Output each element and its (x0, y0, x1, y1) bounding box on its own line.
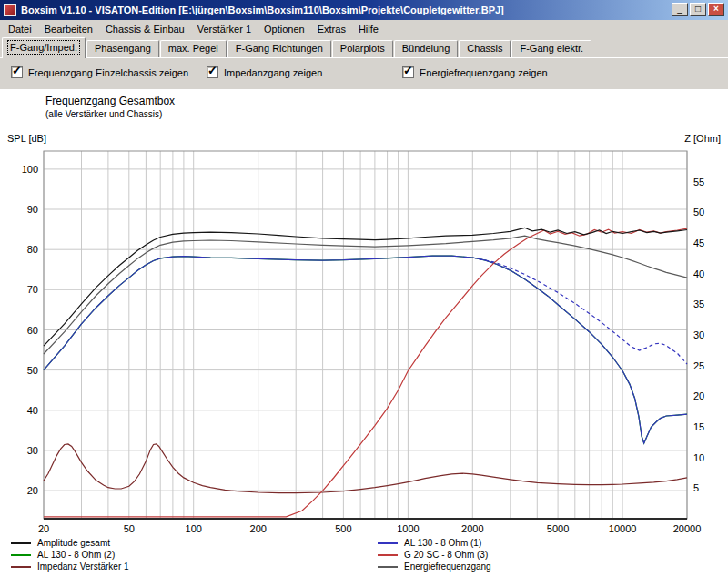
menu-item-optionen[interactable]: Optionen (258, 22, 311, 36)
app-icon (4, 4, 16, 16)
svg-text:5000: 5000 (547, 523, 569, 534)
plot-frame (44, 151, 687, 519)
tab-label: F-Gang elektr. (518, 42, 585, 55)
y-gridlines (44, 169, 687, 491)
legend-item-impedanz-verstärker-1: Impedanz Verstärker 1 (11, 561, 129, 572)
tab-f-gang-imped[interactable]: F-Gang/Imped. (2, 37, 86, 58)
svg-text:20: 20 (693, 390, 704, 401)
series-al-130-gestrichelt (472, 258, 687, 364)
check-icon: ✓ (12, 64, 22, 77)
legend-item-g-20-sc-8-ohm-3: G 20 SC - 8 Ohm (3) (378, 549, 491, 561)
svg-text:80: 80 (27, 244, 38, 255)
svg-text:50: 50 (693, 207, 704, 218)
series-amplitude-gesamt (44, 228, 687, 346)
chart-title: Frequenzgang Gesamtbox (46, 95, 175, 107)
tab-label: Chassis (465, 42, 504, 55)
svg-text:2000: 2000 (461, 523, 483, 534)
svg-text:70: 70 (27, 284, 38, 295)
tab-label: Bündelung (400, 42, 452, 55)
tab-polarplots[interactable]: Polarplots (332, 40, 393, 57)
window-controls: _□× (672, 3, 724, 16)
svg-text:30: 30 (27, 445, 38, 456)
checkbox-box: ✓ (11, 66, 23, 78)
svg-text:1000: 1000 (397, 523, 419, 534)
window-title: Boxsim V1.10 - VISATON-Edition [E:\jürge… (21, 5, 504, 15)
tab-label: max. Pegel (167, 42, 220, 55)
tab-bar: F-Gang/Imped.Phasengangmax. PegelF-Gang … (0, 37, 728, 58)
svg-text:25: 25 (693, 360, 704, 371)
legend-line-sample (378, 554, 398, 556)
tab-bündelung[interactable]: Bündelung (394, 40, 459, 57)
menu-item-chassis-einbau[interactable]: Chassis & Einbau (99, 22, 191, 36)
legend-item-energiefrequenzgang: Energiefrequenzgang (378, 561, 491, 572)
tab-label: F-Gang Richtungen (234, 42, 325, 55)
legend-line-sample (11, 554, 31, 556)
chart-subtitle: (alle Verstärker und Chassis) (46, 109, 162, 119)
x-gridlines (44, 151, 687, 519)
series-al-130-8-ohm-2 (44, 256, 687, 443)
series-impedanz-verstärker-1 (44, 444, 687, 493)
legend-column-1: Amplitude gesamtAL 130 - 8 Ohm (2)Impeda… (11, 537, 129, 572)
check-icon: ✓ (403, 64, 413, 77)
maximize-button[interactable]: □ (690, 3, 706, 16)
legend-line-sample (11, 542, 31, 544)
legend-line-sample (378, 542, 398, 544)
svg-text:5: 5 (693, 482, 699, 493)
menu-item-verstärker-1[interactable]: Verstärker 1 (191, 22, 258, 36)
title-bar[interactable]: Boxsim V1.10 - VISATON-Edition [E:\jürge… (0, 0, 728, 20)
right-axis-label: Z [Ohm] (684, 133, 721, 144)
svg-text:45: 45 (693, 238, 704, 248)
checkbox-energiefrequenzgang-zeigen[interactable]: ✓Energiefrequenzgang zeigen (402, 66, 548, 78)
tab-label: Polarplots (339, 42, 387, 55)
checkbox-box: ✓ (402, 66, 414, 78)
legend-line-sample (378, 566, 398, 568)
legend-label: AL 130 - 8 Ohm (2) (37, 550, 115, 560)
menu-item-hilfe[interactable]: Hilfe (352, 22, 385, 36)
svg-text:200: 200 (250, 523, 267, 534)
legend-item-al-130-8-ohm-2: AL 130 - 8 Ohm (2) (11, 549, 129, 561)
checkbox-impedanzgang-zeigen[interactable]: ✓Impedanzgang zeigen (207, 66, 322, 78)
tab-f-gang-elektr[interactable]: F-Gang elektr. (511, 40, 592, 57)
svg-text:50: 50 (124, 523, 135, 534)
right-tick-labels: 510152025303540455055 (693, 177, 704, 494)
svg-text:20: 20 (38, 523, 49, 534)
legend-item-al-130-8-ohm-1: AL 130 - 8 Ohm (1) (378, 537, 491, 549)
close-button[interactable]: × (708, 3, 724, 16)
legend-label: Impedanz Verstärker 1 (37, 562, 129, 572)
check-icon: ✓ (207, 64, 217, 77)
menu-item-datei[interactable]: Datei (2, 22, 38, 36)
svg-text:90: 90 (27, 204, 38, 215)
legend-label: AL 130 - 8 Ohm (1) (404, 538, 481, 548)
tab-f-gang-richtungen[interactable]: F-Gang Richtungen (228, 40, 331, 57)
svg-text:20: 20 (27, 485, 38, 496)
series-curves (44, 228, 687, 517)
minimize-button[interactable]: _ (672, 3, 688, 16)
tab-label: Phasengang (93, 42, 153, 55)
boxsim-window: Boxsim V1.10 - VISATON-Edition [E:\jürge… (0, 0, 728, 577)
svg-text:30: 30 (693, 329, 704, 340)
series-energiefrequenzgang (44, 236, 687, 354)
frequency-impedance-chart: 2030405060708090100510152025303540455055… (0, 89, 728, 577)
svg-text:40: 40 (693, 268, 704, 279)
chart-legend: Amplitude gesamtAL 130 - 8 Ohm (2)Impeda… (0, 537, 728, 575)
checkbox-box: ✓ (207, 66, 218, 78)
menu-bar: DateiBearbeitenChassis & EinbauVerstärke… (0, 20, 728, 37)
legend-item-amplitude-gesamt: Amplitude gesamt (11, 537, 129, 549)
checkbox-frequenzgang-einzelchassis-zeigen[interactable]: ✓Frequenzgang Einzelchassis zeigen (11, 66, 188, 78)
svg-text:100: 100 (186, 523, 202, 534)
svg-text:50: 50 (27, 365, 38, 376)
legend-label: G 20 SC - 8 Ohm (3) (404, 550, 488, 560)
tab-max-pegel[interactable]: max. Pegel (160, 40, 227, 57)
series-al-130-8-ohm-1 (44, 256, 687, 443)
svg-text:55: 55 (693, 177, 704, 187)
legend-line-sample (11, 566, 31, 568)
left-tick-labels: 2030405060708090100 (22, 164, 38, 496)
menu-item-extras[interactable]: Extras (311, 22, 352, 36)
svg-text:10000: 10000 (609, 523, 637, 534)
checkbox-row: ✓Frequenzgang Einzelchassis zeigen✓Imped… (0, 62, 728, 86)
tab-chassis[interactable]: Chassis (459, 40, 511, 57)
legend-label: Amplitude gesamt (37, 538, 110, 548)
tab-phasengang[interactable]: Phasengang (86, 40, 159, 57)
svg-text:500: 500 (335, 523, 351, 534)
menu-item-bearbeiten[interactable]: Bearbeiten (38, 22, 99, 36)
